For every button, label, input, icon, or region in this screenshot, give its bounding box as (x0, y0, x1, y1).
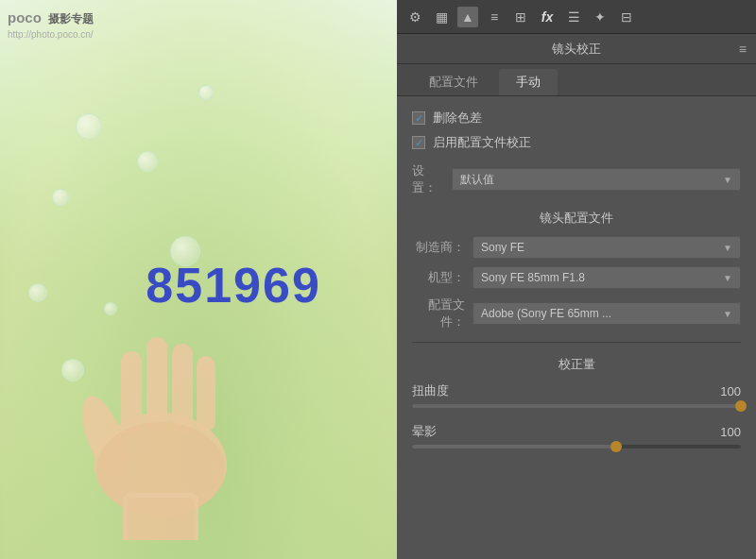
vignette-slider-row: 晕影 100 (412, 423, 741, 449)
settings-value: 默认值 (460, 172, 494, 188)
toolbar-icon-camera[interactable]: ⊟ (616, 7, 637, 27)
checkbox-enable-profile-box[interactable] (412, 136, 425, 149)
bubble (198, 85, 214, 100)
profile-file-select[interactable]: Adobe (Sony FE 65mm ... ▼ (472, 302, 741, 325)
toolbar-icon-split[interactable]: ⊞ (510, 7, 531, 27)
controls-panel: ⚙ ▦ ▲ ≡ ⊞ fx ☰ ✦ ⊟ 镜头校正 ≡ 配置文件 手动 删除色差 启… (397, 0, 756, 559)
panel-title: 镜头校正 (552, 41, 601, 58)
photo-panel: poco 摄影专题 http://photo.poco.cn/ 851969 (0, 0, 397, 559)
settings-label: 设置： (412, 162, 442, 196)
model-arrow: ▼ (723, 273, 732, 283)
distortion-fill (412, 404, 741, 408)
vignette-label: 晕影 (412, 423, 437, 440)
model-label: 机型： (412, 269, 465, 286)
panel-menu-icon[interactable]: ≡ (739, 42, 747, 57)
manufacturer-label: 制造商： (412, 239, 465, 256)
model-value: Sony FE 85mm F1.8 (481, 271, 585, 284)
manufacturer-value: Sony FE (481, 241, 524, 254)
profile-file-row: 配置文件： Adobe (Sony FE 65mm ... ▼ (412, 296, 741, 330)
model-select[interactable]: Sony FE 85mm F1.8 ▼ (472, 266, 741, 289)
toolbar-icon-detail[interactable]: ✦ (590, 7, 610, 27)
divider (412, 342, 741, 343)
watermark-number: 851969 (146, 257, 321, 313)
checkbox-remove-ca[interactable]: 删除色差 (412, 110, 741, 127)
svg-rect-3 (146, 337, 167, 432)
bubble (76, 113, 102, 140)
toolbar: ⚙ ▦ ▲ ≡ ⊞ fx ☰ ✦ ⊟ (397, 0, 756, 34)
bubble (137, 151, 158, 172)
manufacturer-select[interactable]: Sony FE ▼ (472, 236, 741, 259)
vignette-track[interactable] (412, 445, 741, 449)
distortion-label: 扭曲度 (412, 382, 449, 399)
svg-rect-2 (121, 351, 142, 436)
panel-title-bar: 镜头校正 ≡ (397, 34, 756, 64)
poco-brand-text: poco 摄影专题 (8, 8, 94, 28)
content-area: 删除色差 启用配置文件校正 设置： 默认值 ▼ 镜头配置文件 制造商： Sony… (397, 96, 756, 559)
tab-profile[interactable]: 配置文件 (412, 69, 495, 95)
toolbar-icon-hsl[interactable]: ≡ (484, 7, 505, 27)
checkbox-remove-ca-box[interactable] (412, 111, 425, 125)
distortion-value: 100 (713, 384, 741, 398)
toolbar-icon-settings[interactable]: ⚙ (404, 7, 425, 27)
distortion-thumb[interactable] (735, 400, 747, 412)
toolbar-icon-fx[interactable]: fx (537, 7, 558, 27)
vignette-thumb[interactable] (610, 441, 622, 452)
tab-bar: 配置文件 手动 (397, 64, 756, 96)
distortion-track[interactable] (412, 404, 741, 408)
vignette-fill (412, 445, 616, 449)
checkbox-enable-profile[interactable]: 启用配置文件校正 (412, 134, 741, 151)
poco-url: http://photo.poco.cn/ (8, 28, 94, 42)
checkbox-enable-profile-label: 启用配置文件校正 (433, 134, 531, 151)
checkbox-remove-ca-label: 删除色差 (433, 110, 482, 127)
settings-row: 设置： 默认值 ▼ (412, 162, 741, 196)
settings-select[interactable]: 默认值 ▼ (452, 168, 741, 191)
manufacturer-row: 制造商： Sony FE ▼ (412, 236, 741, 259)
tab-manual[interactable]: 手动 (499, 69, 558, 95)
model-row: 机型： Sony FE 85mm F1.8 ▼ (412, 266, 741, 289)
poco-logo: poco 摄影专题 http://photo.poco.cn/ (8, 8, 94, 42)
svg-rect-4 (172, 344, 193, 433)
svg-rect-5 (197, 356, 215, 432)
svg-rect-8 (128, 498, 194, 540)
distortion-slider-row: 扭曲度 100 (412, 382, 741, 408)
lens-profile-header: 镜头配置文件 (412, 210, 741, 227)
toolbar-icon-lens[interactable]: ☰ (563, 7, 584, 27)
toolbar-icon-tone[interactable]: ▲ (457, 7, 478, 27)
vignette-value: 100 (713, 425, 741, 439)
correction-header: 校正量 (412, 356, 741, 373)
profile-file-arrow: ▼ (723, 309, 732, 319)
profile-file-label: 配置文件： (412, 296, 465, 330)
manufacturer-arrow: ▼ (723, 243, 732, 253)
settings-arrow: ▼ (723, 175, 732, 185)
profile-file-value: Adobe (Sony FE 65mm ... (481, 307, 611, 320)
toolbar-icon-histogram[interactable]: ▦ (431, 7, 452, 27)
bubble (52, 189, 69, 206)
